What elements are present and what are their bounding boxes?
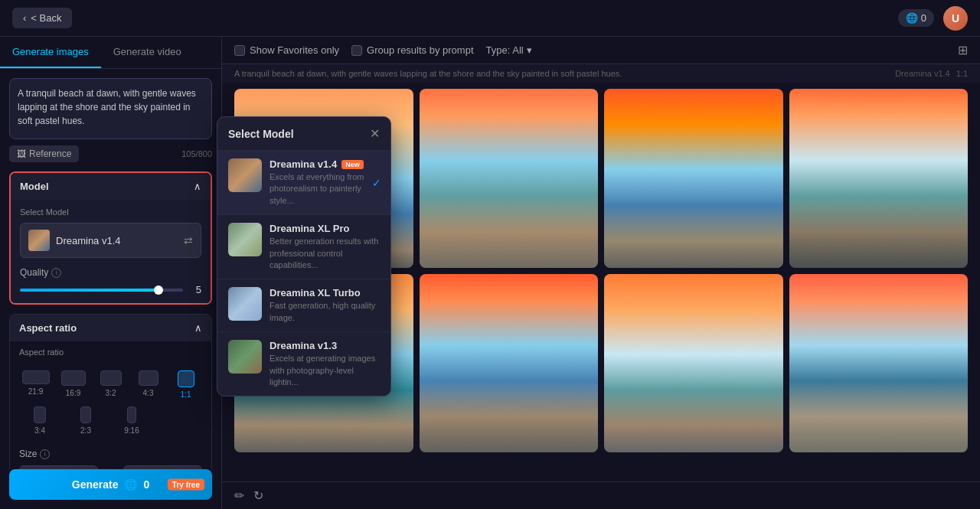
size-label-row: Size i: [19, 449, 202, 459]
prompt-info-model: Dreamina v1.4: [895, 69, 950, 78]
aspect-item-4-3[interactable]: 4:3: [132, 370, 165, 399]
group-results-label: Group results by prompt: [367, 44, 473, 56]
modal-header: Select Model ✕: [217, 117, 390, 151]
aspect-label: Aspect ratio: [10, 341, 211, 357]
generate-label: Generate: [72, 478, 119, 491]
aspect-section-title: Aspect ratio: [19, 322, 77, 334]
model-option-name-4: Dreamina v1.3: [270, 340, 380, 351]
quality-label-row: Quality i: [20, 267, 201, 278]
aspect-item-16-9[interactable]: 16:9: [57, 370, 90, 399]
edit-icon[interactable]: ✏: [234, 488, 244, 503]
model-switch-icon: ⇄: [184, 234, 193, 246]
modal-title: Select Model: [228, 128, 294, 140]
slider-thumb[interactable]: [154, 285, 163, 295]
image-cell-8[interactable]: [789, 274, 969, 453]
chevron-down-icon: ▾: [527, 44, 532, 56]
prompt-textarea[interactable]: A tranquil beach at dawn, with gentle wa…: [9, 78, 212, 139]
topbar: ‹ < Back 🌐 0 U: [0, 0, 980, 37]
model-option-name-2: Dreamina XL Pro: [270, 223, 380, 234]
aspect-grid-row1: 21:9 16:9 3:2 4:3: [10, 363, 211, 406]
slider-fill: [20, 289, 158, 292]
select-model-modal: Select Model ✕ Dreamina v1.4 New Excels …: [217, 116, 391, 396]
image-cell-3[interactable]: [604, 89, 783, 268]
model-option-info-1: Dreamina v1.4 New Excels at everything f…: [270, 158, 380, 207]
aspect-section-header[interactable]: Aspect ratio ∧: [10, 315, 211, 341]
image-cell-2[interactable]: [420, 89, 599, 268]
select-model-label: Select Model: [20, 207, 201, 217]
aspect-item-9-16[interactable]: 9:16: [111, 406, 152, 435]
chevron-up-icon-aspect: ∧: [194, 322, 202, 334]
aspect-box-3-2: [100, 370, 122, 386]
aspect-box-16-9: [61, 370, 86, 386]
credit-icon: 🌐: [906, 12, 918, 24]
tab-generate-video[interactable]: Generate video: [101, 37, 194, 68]
aspect-box-1-1: [178, 370, 194, 387]
model-option-dreamina-xl-turbo[interactable]: Dreamina XL Turbo Fast generation, high …: [217, 279, 390, 332]
show-favorites-label: Show Favorites only: [250, 44, 339, 56]
sidebar-tabs: Generate images Generate video: [0, 37, 221, 69]
group-results-toggle[interactable]: Group results by prompt: [351, 44, 473, 56]
model-option-thumb-4: [228, 340, 262, 374]
aspect-item-1-1[interactable]: 1:1: [169, 370, 202, 399]
model-option-dreamina-v13[interactable]: Dreamina v1.3 Excels at generating image…: [217, 332, 390, 396]
sidebar-content: A tranquil beach at dawn, with gentle wa…: [0, 69, 221, 469]
modal-close-button[interactable]: ✕: [370, 126, 380, 141]
generate-icon: 🌐: [124, 478, 137, 491]
sidebar: Generate images Generate video A tranqui…: [0, 37, 222, 509]
quality-info-icon[interactable]: i: [51, 268, 61, 278]
image-cell-4[interactable]: [789, 89, 969, 268]
model-option-thumb-2: [228, 223, 262, 256]
image-cell-6[interactable]: [420, 274, 599, 453]
model-section: Model ∧ Select Model Dreamina v1.4 ⇄: [9, 171, 212, 305]
model-section-body: Select Model Dreamina v1.4 ⇄ Quality i: [11, 200, 211, 303]
model-selector[interactable]: Dreamina v1.4 ⇄: [20, 223, 201, 258]
aspect-item-3-2[interactable]: 3:2: [94, 370, 127, 399]
image-cell-7[interactable]: [604, 274, 783, 453]
model-option-desc-4: Excels at generating images with photogr…: [270, 353, 380, 388]
quality-row: Quality i 5: [20, 267, 201, 295]
back-label: < Back: [31, 12, 61, 24]
reference-button[interactable]: 🖼 Reference: [9, 145, 79, 162]
layout-icon[interactable]: ⊞: [958, 43, 968, 57]
quality-slider-row: 5: [20, 284, 201, 295]
generate-count: 0: [143, 478, 149, 491]
model-option-dreamina-xl-pro[interactable]: Dreamina XL Pro Better generation result…: [217, 215, 390, 279]
quality-label: Quality: [20, 267, 48, 278]
type-filter-label: Type: All: [486, 44, 524, 56]
model-section-title: Model: [20, 181, 49, 192]
prompt-info-bar: A tranquil beach at dawn, with gentle wa…: [222, 64, 980, 83]
aspect-item-2-3[interactable]: 2:3: [65, 406, 106, 435]
credit-badge: 🌐 0: [898, 9, 934, 27]
model-option-thumb-3: [228, 287, 262, 321]
new-badge-1: New: [341, 160, 364, 169]
quality-value: 5: [189, 284, 201, 295]
avatar-text: U: [952, 12, 959, 24]
model-option-name-3: Dreamina XL Turbo: [270, 287, 380, 299]
show-favorites-toggle[interactable]: Show Favorites only: [234, 44, 339, 56]
refresh-icon[interactable]: ↻: [253, 488, 263, 503]
type-filter-button[interactable]: Type: All ▾: [486, 44, 532, 56]
prompt-info-ratio: 1:1: [956, 69, 968, 78]
model-option-desc-2: Better generation results with professio…: [270, 236, 380, 271]
group-results-checkbox[interactable]: [351, 45, 362, 56]
main-layout: Generate images Generate video A tranqui…: [0, 37, 980, 509]
avatar[interactable]: U: [943, 6, 968, 31]
size-label: Size: [19, 449, 37, 459]
aspect-item-21-9[interactable]: 21:9: [19, 370, 52, 399]
char-count: 105/800: [181, 149, 212, 158]
generate-button[interactable]: Generate 🌐 0 Try free: [9, 469, 212, 500]
bottom-bar: ✏ ↻: [222, 481, 980, 509]
back-button[interactable]: ‹ < Back: [12, 8, 72, 28]
aspect-item-3-4[interactable]: 3:4: [19, 406, 60, 435]
credit-count: 0: [921, 12, 926, 24]
size-info-icon[interactable]: i: [40, 449, 50, 459]
model-option-dreamina-v14[interactable]: Dreamina v1.4 New Excels at everything f…: [217, 151, 390, 215]
aspect-box-2-3: [80, 406, 91, 423]
model-section-header[interactable]: Model ∧: [11, 173, 211, 200]
quality-slider[interactable]: [20, 289, 183, 292]
prompt-info-text: A tranquil beach at dawn, with gentle wa…: [234, 69, 889, 78]
show-favorites-checkbox[interactable]: [234, 45, 245, 56]
model-option-info-3: Dreamina XL Turbo Fast generation, high …: [270, 287, 380, 324]
model-option-info-2: Dreamina XL Pro Better generation result…: [270, 223, 380, 271]
tab-generate-images[interactable]: Generate images: [0, 37, 101, 68]
